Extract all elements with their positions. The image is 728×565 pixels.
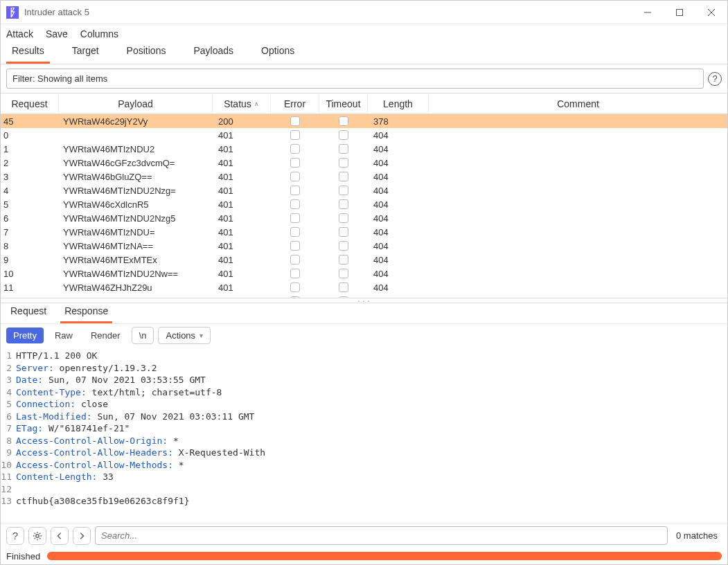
timeout-checkbox[interactable] [339, 213, 348, 223]
col-comment[interactable]: Comment [429, 93, 727, 114]
timeout-checkbox[interactable] [339, 269, 348, 278]
error-checkbox[interactable] [290, 213, 300, 223]
error-checkbox[interactable] [290, 269, 300, 278]
error-checkbox[interactable] [290, 227, 300, 237]
search-input[interactable] [95, 526, 668, 545]
table-row[interactable]: 9YWRtaW46MTExMTEx401404 [1, 253, 727, 267]
response-editor[interactable]: 1HTTP/1.1 200 OK2Server: openresty/1.19.… [1, 347, 727, 523]
timeout-checkbox[interactable] [339, 172, 348, 181]
timeout-checkbox[interactable] [339, 255, 348, 264]
cell-request: 3 [1, 170, 59, 183]
close-button[interactable] [695, 1, 727, 24]
matches-count: 0 matches [672, 530, 722, 541]
tab-options[interactable]: Options [256, 44, 300, 64]
titlebar: Intruder attack 5 [1, 1, 727, 24]
table-row[interactable]: 1YWRtaW46MTIzNDU2401404 [1, 142, 727, 156]
col-request[interactable]: Request [1, 93, 59, 114]
table-row[interactable]: 0401404 [1, 128, 727, 142]
cell-timeout [319, 170, 368, 183]
table-row[interactable]: 10YWRtaW46MTIzNDU2Nw==401404 [1, 267, 727, 280]
error-checkbox[interactable] [290, 158, 300, 168]
table-row[interactable]: 4YWRtaW46MTIzNDU2Nzg=401404 [1, 183, 727, 197]
timeout-checkbox[interactable] [339, 227, 348, 237]
cell-request: 0 [1, 128, 59, 142]
cell-timeout [319, 114, 368, 128]
error-checkbox[interactable] [290, 116, 300, 126]
cell-length: 404 [368, 253, 429, 267]
main-tabs: Results Target Positions Payloads Option… [1, 44, 727, 64]
cell-error [271, 239, 319, 253]
cell-request: 45 [1, 114, 59, 128]
col-status[interactable]: Status∧ [213, 93, 271, 114]
error-checkbox[interactable] [290, 199, 300, 209]
tab-response[interactable]: Response [60, 303, 112, 323]
col-length[interactable]: Length [368, 93, 429, 114]
error-checkbox[interactable] [290, 172, 300, 181]
timeout-checkbox[interactable] [339, 186, 348, 195]
error-checkbox[interactable] [290, 282, 300, 292]
view-newline[interactable]: \n [132, 327, 154, 344]
timeout-checkbox[interactable] [339, 282, 348, 292]
maximize-button[interactable] [664, 1, 695, 24]
cell-timeout [319, 253, 368, 267]
timeout-checkbox[interactable] [339, 116, 348, 126]
timeout-checkbox[interactable] [339, 199, 348, 209]
cell-error [271, 280, 319, 294]
col-error[interactable]: Error [271, 93, 319, 114]
splitter[interactable]: • • • [1, 298, 727, 303]
code-line: 5Connection: close [1, 398, 727, 411]
timeout-checkbox[interactable] [339, 130, 348, 140]
view-pretty[interactable]: Pretty [6, 328, 44, 343]
minimize-button[interactable] [632, 1, 664, 24]
error-checkbox[interactable] [290, 241, 300, 251]
cell-timeout [319, 280, 368, 294]
cell-comment [429, 267, 727, 280]
timeout-checkbox[interactable] [339, 144, 348, 154]
help-icon[interactable]: ? [708, 72, 722, 86]
cell-length: 404 [368, 211, 429, 225]
table-row[interactable]: 11YWRtaW46ZHJhZ29u401404 [1, 280, 727, 294]
error-checkbox[interactable] [290, 144, 300, 154]
actions-button[interactable]: Actions▾ [158, 327, 211, 344]
filter-input[interactable]: Filter: Showing all items [6, 69, 704, 89]
view-toolbar: Pretty Raw Render \n Actions▾ [1, 324, 727, 347]
table-row[interactable]: 8YWRtaW46MTIzNA==401404 [1, 239, 727, 253]
menu-attack[interactable]: Attack [6, 28, 33, 39]
tab-positions[interactable]: Positions [121, 44, 172, 64]
error-checkbox[interactable] [290, 130, 300, 140]
tab-request[interactable]: Request [6, 303, 51, 323]
tab-results[interactable]: Results [6, 44, 50, 64]
table-row[interactable]: 5YWRtaW46cXdlcnR5401404 [1, 197, 727, 211]
view-raw[interactable]: Raw [48, 328, 80, 343]
menu-columns[interactable]: Columns [80, 28, 118, 39]
prev-button[interactable] [51, 527, 69, 545]
col-payload[interactable]: Payload [59, 93, 213, 114]
tab-target[interactable]: Target [66, 44, 105, 64]
timeout-checkbox[interactable] [339, 241, 348, 251]
cell-payload: YWRtaW46c29jY2Vy [59, 114, 213, 128]
timeout-checkbox[interactable] [339, 158, 348, 168]
cell-error [271, 128, 319, 142]
table-row[interactable]: 2YWRtaW46cGFzc3dvcmQ=401404 [1, 156, 727, 170]
table-row[interactable]: 45YWRtaW46c29jY2Vy200378 [1, 114, 727, 128]
cell-length: 404 [368, 183, 429, 197]
table-body[interactable]: 45YWRtaW46c29jY2Vy20037804014041YWRtaW46… [1, 114, 727, 298]
cell-error [271, 267, 319, 280]
tab-payloads[interactable]: Payloads [188, 44, 239, 64]
settings-button[interactable] [28, 527, 46, 545]
cell-payload: YWRtaW46MTIzNDU2Nw== [59, 267, 213, 280]
table-row[interactable]: 6YWRtaW46MTIzNDU2Nzg5401404 [1, 211, 727, 225]
cell-error [271, 197, 319, 211]
table-row[interactable]: 3YWRtaW46bGluZQ==401404 [1, 170, 727, 183]
error-checkbox[interactable] [290, 255, 300, 264]
table-row[interactable]: 7YWRtaW46MTIzNDU=401404 [1, 225, 727, 239]
help-button[interactable]: ? [6, 527, 24, 545]
view-render[interactable]: Render [84, 328, 127, 343]
error-checkbox[interactable] [290, 186, 300, 195]
next-button[interactable] [73, 527, 91, 545]
col-timeout[interactable]: Timeout [319, 93, 368, 114]
cell-payload: YWRtaW46MTExMTEx [59, 253, 213, 267]
code-line: 6Last-Modified: Sun, 07 Nov 2021 03:03:1… [1, 411, 727, 423]
filter-row: Filter: Showing all items ? [1, 64, 727, 93]
menu-save[interactable]: Save [46, 28, 68, 39]
